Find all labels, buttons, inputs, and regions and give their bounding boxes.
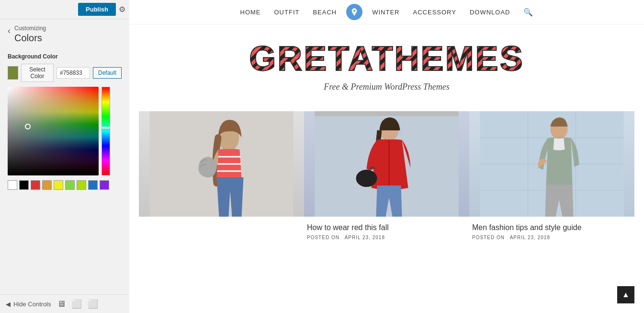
card-2-title: How to wear red this fall — [307, 223, 466, 232]
swatches-row — [8, 180, 122, 190]
breadcrumb-titles: Customizing Colors — [14, 25, 46, 44]
card-2: How to wear red this fall POSTED ON APRI… — [304, 111, 469, 245]
swatch-blue[interactable] — [88, 180, 98, 190]
mobile-view-button[interactable]: ⬜ — [88, 299, 98, 309]
color-gradient[interactable] — [8, 87, 99, 175]
nav-accessory[interactable]: ACCESSORY — [413, 9, 456, 16]
nav-items-left: HOME OUTFIT BEACH — [240, 9, 337, 16]
nav-download[interactable]: DOWNLOAD — [470, 9, 510, 16]
swatch-orange[interactable] — [42, 180, 52, 190]
swatch-yellow-green[interactable] — [77, 180, 86, 190]
site-nav: HOME OUTFIT BEACH WINTER ACCESSORY DOWNL… — [129, 0, 644, 24]
card-3-title: Men fashion tips and style guide — [472, 223, 632, 232]
top-bar: Publish ⚙ — [0, 0, 129, 19]
svg-point-10 — [356, 170, 377, 187]
bg-color-label: Background Color — [8, 53, 122, 60]
color-panel: Background Color Select Color Default — [0, 47, 129, 294]
card-2-posted-label: POSTED ON — [307, 235, 339, 240]
hero-section: GRETATHEMES Free & Premium WordPress The… — [129, 24, 644, 102]
card-2-meta: POSTED ON APRIL 23, 2018 — [307, 235, 466, 240]
swatch-white[interactable] — [8, 180, 17, 190]
card-1-image — [139, 111, 304, 217]
right-panel: HOME OUTFIT BEACH WINTER ACCESSORY DOWNL… — [129, 0, 644, 313]
nav-winter[interactable]: WINTER — [372, 9, 399, 16]
hue-slider[interactable] — [102, 87, 110, 175]
card-1 — [139, 111, 304, 245]
tablet-view-button[interactable]: ⬜ — [71, 299, 82, 309]
search-icon[interactable]: 🔍 — [523, 8, 533, 17]
card-3-body: Men fashion tips and style guide POSTED … — [469, 217, 634, 245]
swatch-black[interactable] — [19, 180, 29, 190]
card-3-image — [469, 111, 634, 217]
default-button[interactable]: Default — [93, 67, 122, 79]
page-title: Colors — [14, 33, 46, 44]
desktop-view-button[interactable]: 🖥 — [57, 299, 66, 309]
site-tagline: Free & Premium WordPress Themes — [139, 82, 634, 92]
nav-beach[interactable]: BEACH — [313, 9, 337, 16]
svg-point-0 — [353, 10, 355, 12]
breadcrumb-area: ‹ Customizing Colors — [0, 19, 129, 47]
brand-title: GRETATHEMES — [249, 39, 524, 78]
select-color-button[interactable]: Select Color — [21, 64, 54, 82]
publish-button[interactable]: Publish — [78, 3, 116, 16]
svg-rect-8 — [315, 111, 459, 116]
left-panel: Publish ⚙ ‹ Customizing Colors Backgroun… — [0, 0, 129, 313]
card-3-posted-label: POSTED ON — [472, 235, 505, 240]
color-picker-area — [8, 87, 122, 175]
color-controls: Select Color Default — [8, 64, 122, 82]
site-logo[interactable] — [346, 4, 362, 20]
hue-slider-wrap — [102, 87, 110, 175]
card-2-image — [304, 111, 469, 217]
color-swatch[interactable] — [8, 66, 18, 80]
swatch-light-green[interactable] — [65, 180, 75, 190]
card-2-body: How to wear red this fall POSTED ON APRI… — [304, 217, 469, 245]
nav-items-right: WINTER ACCESSORY DOWNLOAD 🔍 — [372, 8, 533, 17]
hide-controls-label: Hide Controls — [13, 301, 51, 308]
hex-input[interactable] — [56, 67, 90, 79]
hue-thumb — [101, 127, 111, 129]
card-2-date: APRIL 23, 2018 — [345, 235, 385, 240]
card-3: Men fashion tips and style guide POSTED … — [469, 111, 634, 245]
hide-controls-icon: ◀ — [6, 301, 11, 308]
swatch-yellow[interactable] — [54, 180, 63, 190]
card-3-date: APRIL 23, 2018 — [510, 235, 550, 240]
scroll-top-button[interactable]: ▲ — [617, 286, 634, 303]
nav-outfit[interactable]: OUTFIT — [274, 9, 300, 16]
breadcrumb-parent: Customizing — [14, 25, 46, 32]
nav-home[interactable]: HOME — [240, 9, 261, 16]
swatch-purple[interactable] — [100, 180, 109, 190]
hide-controls-button[interactable]: ◀ Hide Controls — [6, 301, 51, 308]
card-3-meta: POSTED ON APRIL 23, 2018 — [472, 235, 632, 240]
swatch-red[interactable] — [31, 180, 40, 190]
settings-icon-button[interactable]: ⚙ — [119, 5, 125, 14]
back-button[interactable]: ‹ — [8, 25, 11, 36]
bottom-controls: ◀ Hide Controls 🖥 ⬜ ⬜ — [0, 294, 129, 313]
brand-title-wrap: GRETATHEMES — [249, 39, 524, 78]
cards-grid: How to wear red this fall POSTED ON APRI… — [139, 111, 634, 245]
